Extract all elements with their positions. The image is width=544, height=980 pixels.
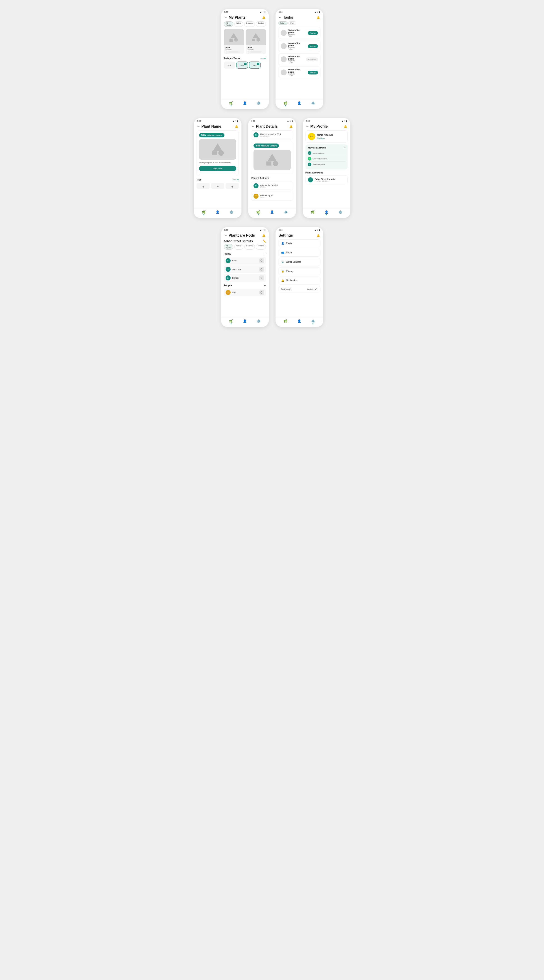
nav-plants[interactable]: 🌿 <box>229 101 233 106</box>
nav-profile-pods[interactable]: 👤 <box>243 319 247 324</box>
plant-nav-icon-pd: 🌿 <box>256 210 260 214</box>
filter-future[interactable]: Future <box>278 21 287 25</box>
tip-chip-1[interactable]: Tip <box>197 183 210 189</box>
plant-list-bonsai[interactable]: B Bonsai <box>224 274 266 282</box>
succulent-share-icon[interactable] <box>259 267 264 272</box>
plant-card-2[interactable]: Plant Location <box>246 29 266 54</box>
filter-past[interactable]: Past <box>289 21 296 25</box>
tip-chip-2[interactable]: Tip <box>211 183 224 189</box>
alex-share-icon[interactable] <box>259 290 264 295</box>
pods-filter-all[interactable]: All Plants <box>224 244 233 250</box>
status-icons-pd: ▲ ▾ ▮ <box>287 120 293 122</box>
svg-rect-1 <box>230 38 233 42</box>
nav-plants-profile[interactable]: 🌿 <box>311 210 314 215</box>
settings-profile[interactable]: 👤 Profile <box>278 239 320 247</box>
language-select[interactable]: English Spanish French <box>306 288 317 290</box>
nav-settings-pods[interactable]: ⚙️ <box>257 319 260 324</box>
bell-icon-pd[interactable]: 🔔 <box>289 125 293 128</box>
edit-icon[interactable]: ✏️ <box>263 240 266 243</box>
assign-btn-4[interactable]: Assign <box>308 71 318 75</box>
signal-icon-pd: ▲ <box>287 120 289 122</box>
back-button-pods[interactable]: ← <box>224 234 227 237</box>
nav-plants-settings[interactable]: 🌿 <box>284 319 287 324</box>
settings-water-sensors[interactable]: 📡 Water Sensors <box>278 258 320 266</box>
pods-filter-garden[interactable]: Garden <box>256 244 266 250</box>
add-plant-btn[interactable]: + <box>264 252 266 255</box>
pods-filter-balcony[interactable]: Balcony <box>244 244 255 250</box>
settings-social[interactable]: 👥 Social <box>278 249 320 256</box>
succulent-name: Succulent <box>232 268 257 270</box>
task-chip-1[interactable]: Task <box>224 62 235 68</box>
nav-header-my-plants: ← My Plants 🔔 <box>221 14 269 21</box>
bell-icon-tasks[interactable]: 🔔 <box>316 16 320 19</box>
bell-icon-pn[interactable]: 🔔 <box>235 125 238 128</box>
nav-settings-1[interactable]: ⚙️ <box>257 101 260 106</box>
see-all-tips[interactable]: See all <box>233 179 238 181</box>
streak-close-btn[interactable]: ✕ <box>344 146 346 148</box>
privacy-icon-settings: 🔒 <box>281 270 284 273</box>
bonsai-share-icon[interactable] <box>259 275 264 280</box>
pods-filter-indoor[interactable]: Indoor <box>234 244 244 250</box>
assign-btn-2[interactable]: Assign <box>308 44 318 48</box>
activity-item-1: H watered by Hayden 3/10/21 <box>251 181 293 190</box>
filter-indoor[interactable]: Indoor <box>234 21 244 27</box>
nav-profile-1[interactable]: 👤 <box>243 101 247 106</box>
nav-profile-pn[interactable]: 👤 <box>216 210 219 215</box>
nav-settings-profile[interactable]: ⚙️ <box>338 210 342 215</box>
task-item-3[interactable]: Water office plants 6x plants Today Assi… <box>278 53 320 65</box>
bottom-nav-my-plants: 🌿 👤 ⚙️ <box>221 99 269 107</box>
settings-notification[interactable]: 🔔 Notification <box>278 277 320 285</box>
settings-privacy[interactable]: 🔒 Privacy <box>278 267 320 275</box>
assign-btn-1[interactable]: Assign <box>308 31 318 35</box>
wifi-icon-pods: ▾ <box>263 229 264 231</box>
nav-settings-pn[interactable]: ⚙️ <box>230 210 233 215</box>
task-sub-4: 6x plants <box>289 73 306 75</box>
nav-profile-settings[interactable]: 👤 <box>297 319 301 324</box>
filter-all[interactable]: All Plants <box>224 21 233 27</box>
nav-plants-tasks[interactable]: 🌿 <box>284 101 287 106</box>
back-button-my-plants[interactable]: ← <box>224 16 227 19</box>
fern-share-icon[interactable] <box>259 258 264 263</box>
bell-icon-pods[interactable]: 🔔 <box>262 234 265 237</box>
task-item-1[interactable]: Water office plants 6x plants Today Assi… <box>278 27 320 39</box>
plant-list-succulent[interactable]: S Succulent <box>224 266 266 273</box>
view-more-btn[interactable]: View More <box>199 166 236 171</box>
plant-list-fern[interactable]: F Fern <box>224 257 266 264</box>
back-button-profile[interactable]: ← <box>306 125 309 128</box>
plant-nav-icon: 🌿 <box>229 101 233 105</box>
nav-profile-profile[interactable]: 👤 <box>325 210 328 215</box>
see-all-tasks[interactable]: See all <box>260 57 266 59</box>
task-text-1: Water office plants 6x plants Today <box>289 29 306 37</box>
nav-settings-tasks[interactable]: ⚙️ <box>311 101 315 106</box>
profile-info: Yuffie Kisaragi she-her Edit Profile <box>317 134 333 139</box>
nav-plants-pn[interactable]: 🌿 <box>202 210 206 215</box>
filter-balcony[interactable]: Balcony <box>244 21 255 27</box>
nav-profile-tasks[interactable]: 👤 <box>297 101 301 106</box>
task-label-2: Task <box>240 65 244 67</box>
task-chip-3[interactable]: ✓ Task <box>249 62 260 68</box>
back-button-pd[interactable]: ← <box>251 125 255 128</box>
task-item-2[interactable]: Water office plants 6x plants Today Assi… <box>278 40 320 52</box>
edit-profile-link[interactable]: Edit Profile <box>317 138 333 139</box>
pod-card[interactable]: H Arbor Street Sprouts You, Alex & 1 oth… <box>306 175 348 185</box>
task-item-4[interactable]: Water office plants 6x plants Today Assi… <box>278 67 320 78</box>
nav-settings-pd[interactable]: ⚙️ <box>284 210 288 215</box>
person-list-alex[interactable]: A Alex <box>224 289 266 296</box>
tip-chip-3[interactable]: Tip <box>225 183 239 189</box>
battery-icon-pd: ▮ <box>292 120 293 122</box>
add-person-btn[interactable]: + <box>264 283 266 287</box>
bell-icon-my-plants[interactable]: 🔔 <box>262 16 265 19</box>
nav-settings-settings[interactable]: ⚙️ <box>311 319 315 324</box>
filter-garden[interactable]: Garden <box>256 21 266 27</box>
bell-icon-settings[interactable]: 🔔 <box>316 234 320 237</box>
plant-card-1[interactable]: Plant Location <box>224 29 244 54</box>
back-button-tasks[interactable]: ← <box>279 16 282 19</box>
status-bar-pd: 9:30 ▲ ▾ ▮ <box>248 118 296 123</box>
back-button-plant-name[interactable]: ← <box>197 125 200 128</box>
nav-profile-pd[interactable]: 👤 <box>270 210 274 215</box>
fern-avatar: F <box>225 258 231 263</box>
bell-icon-profile[interactable]: 🔔 <box>344 125 347 128</box>
nav-plants-pd[interactable]: 🌿 <box>256 210 260 215</box>
task-chip-2[interactable]: ✓ Task <box>236 62 248 68</box>
nav-plants-pods[interactable]: 🌿 <box>229 319 233 324</box>
